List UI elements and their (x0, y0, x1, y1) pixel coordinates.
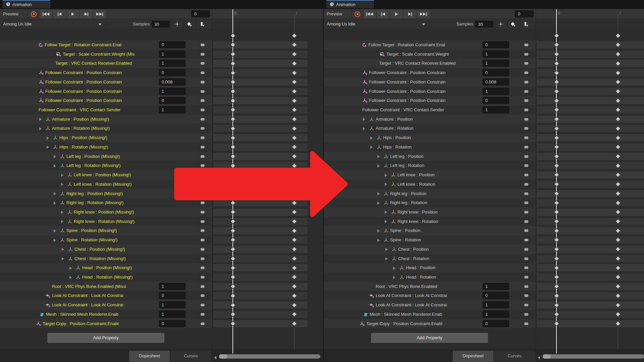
foldout-arrow-icon[interactable] (69, 276, 72, 279)
property-row[interactable]: Right knee : Position (Missing!) (0, 207, 212, 217)
record-button[interactable] (352, 9, 363, 19)
go-to-beginning-button[interactable] (40, 10, 52, 18)
property-row[interactable]: Target : Scale Constraint.Weight1 (324, 50, 536, 59)
property-row[interactable]: Spine : Rotation (324, 235, 536, 245)
property-value-field[interactable]: 1 (159, 51, 185, 58)
foldout-arrow-icon[interactable] (377, 239, 380, 242)
next-key-button[interactable] (80, 10, 93, 18)
foldout-arrow-icon[interactable] (385, 174, 387, 177)
dopesheet-lane[interactable] (536, 50, 644, 58)
tab-curves[interactable]: Curves (494, 351, 535, 362)
foldout-arrow-icon[interactable] (370, 136, 373, 140)
property-row[interactable]: Chest : Position (324, 245, 536, 254)
foldout-arrow-icon[interactable] (377, 229, 380, 233)
property-row[interactable]: Right leg : Rotation (324, 198, 536, 207)
property-row[interactable]: Target : VRC Contact Receiver.Enabled1 (324, 59, 536, 68)
tab-dopesheet[interactable]: Dopesheet (453, 351, 493, 362)
add-keyframe-button[interactable] (507, 19, 518, 29)
dopesheet-lane[interactable] (536, 227, 644, 235)
play-button[interactable] (66, 10, 79, 18)
dopesheet-lane[interactable] (536, 97, 644, 105)
property-row[interactable]: Target Copy : Position Constraint.Enabl0 (324, 319, 536, 328)
dopesheet-lane[interactable] (536, 124, 644, 132)
horizontal-scrollbar[interactable] (543, 354, 644, 359)
property-value-field[interactable]: 1 (159, 106, 185, 113)
pane-divider[interactable] (536, 9, 536, 349)
foldout-arrow-icon[interactable] (393, 276, 395, 279)
property-value-field[interactable]: 1 (159, 283, 185, 290)
dopesheet-lane[interactable] (536, 310, 644, 318)
dopesheet-lane[interactable] (536, 273, 644, 281)
property-value-field[interactable]: 0.008 (483, 78, 509, 85)
dopesheet-lane[interactable] (536, 245, 644, 253)
dopesheet-lane[interactable] (536, 190, 644, 198)
property-row[interactable]: Follow Target : Rotation Constraint.Enal… (0, 40, 212, 50)
keyframe-diamond[interactable] (291, 33, 297, 38)
property-row[interactable]: Chest : Position (Missing!) (0, 245, 212, 254)
property-value-field[interactable]: 0 (483, 41, 509, 48)
property-row[interactable]: Target : VRC Contact Receiver.Enabled1 (0, 59, 212, 68)
property-row[interactable]: Look At Constraint : Look At Constrai0 (324, 291, 536, 300)
foldout-arrow-icon[interactable] (363, 118, 365, 121)
previous-key-button[interactable] (377, 10, 389, 18)
dopesheet-lane[interactable] (536, 87, 644, 96)
foldout-arrow-icon[interactable] (62, 248, 64, 251)
foldout-arrow-icon[interactable] (47, 145, 49, 149)
keyframe-diamond[interactable] (230, 33, 235, 38)
current-frame-field[interactable]: 0 (191, 10, 210, 17)
add-keyframe-button[interactable] (183, 19, 195, 29)
property-row[interactable]: Spine : Rotation (Missing!) (0, 235, 212, 245)
preview-button[interactable]: Preview (0, 9, 28, 19)
property-row[interactable]: Right knee : Position (324, 207, 536, 217)
samples-field[interactable]: 30 (475, 21, 493, 27)
property-row[interactable]: Follower Constraint : Position Constrain… (324, 87, 536, 96)
property-row[interactable]: Follower Constraint : Position Constrain… (324, 96, 536, 105)
tab-dopesheet[interactable]: Dopesheet (129, 351, 170, 362)
foldout-arrow-icon[interactable] (385, 183, 387, 186)
add-property-button[interactable]: Add Property (47, 333, 164, 343)
property-row[interactable]: Right knee : Rotation (324, 217, 536, 226)
property-row[interactable]: Look At Constraint : Look At Constrai1 (324, 300, 536, 310)
property-row[interactable]: Head : Rotation (324, 273, 536, 282)
filter-by-selection-button[interactable] (495, 19, 506, 29)
previous-key-button[interactable] (53, 10, 66, 18)
keyframe-diamond[interactable] (615, 33, 621, 38)
foldout-arrow-icon[interactable] (385, 220, 387, 223)
foldout-arrow-icon[interactable] (370, 145, 373, 149)
dopesheet-lane[interactable] (536, 69, 644, 77)
property-value-field[interactable]: 0.008 (159, 78, 185, 85)
property-row[interactable]: Left knee : Position (324, 170, 536, 180)
property-row[interactable]: Head : Position (Missing!) (0, 263, 212, 273)
property-row[interactable]: Left knee : Rotation (Missing!) (0, 180, 212, 189)
property-value-field[interactable]: 1 (483, 88, 509, 95)
property-row[interactable]: Left leg : Position (Missing!) (0, 152, 212, 161)
dopesheet-lane[interactable] (536, 143, 644, 151)
scroll-left-arrow[interactable] (538, 356, 540, 359)
property-value-field[interactable]: 1 (159, 311, 185, 318)
property-row[interactable]: Hips : Position (324, 133, 536, 142)
property-row[interactable]: Left knee : Rotation (324, 180, 536, 189)
foldout-arrow-icon[interactable] (62, 257, 64, 260)
property-row[interactable]: Look At Constraint : Look At Constrai0 (0, 291, 212, 300)
property-row[interactable]: Armature : Rotation (Missing!) (0, 124, 212, 133)
dopesheet-lane[interactable] (536, 208, 644, 216)
foldout-arrow-icon[interactable] (61, 220, 63, 223)
property-row[interactable]: Chest : Rotation (Missing!) (0, 254, 212, 263)
pane-divider[interactable] (212, 9, 212, 349)
add-property-button[interactable]: Add Property (371, 333, 488, 343)
property-row[interactable]: Follower Constraint : Position Constrain… (0, 68, 212, 77)
dopesheet-lane[interactable] (536, 115, 644, 123)
property-row[interactable]: Spine : Position (Missing!) (0, 226, 212, 235)
property-row[interactable]: Left leg : Position (324, 152, 536, 161)
property-row[interactable]: Head : Rotation (Missing!) (0, 273, 212, 282)
property-row[interactable]: Root : VRC Phys Bone.Enabled1 (324, 282, 536, 291)
dopesheet-lane[interactable] (536, 255, 644, 263)
property-value-field[interactable]: 1 (483, 283, 509, 290)
foldout-arrow-icon[interactable] (54, 155, 56, 158)
dopesheet-lane[interactable] (536, 134, 644, 142)
foldout-arrow-icon[interactable] (47, 136, 49, 140)
filter-by-selection-button[interactable] (171, 19, 182, 29)
foldout-arrow-icon[interactable] (69, 266, 72, 270)
property-value-field[interactable]: 0 (483, 292, 509, 299)
foldout-arrow-icon[interactable] (54, 192, 56, 195)
